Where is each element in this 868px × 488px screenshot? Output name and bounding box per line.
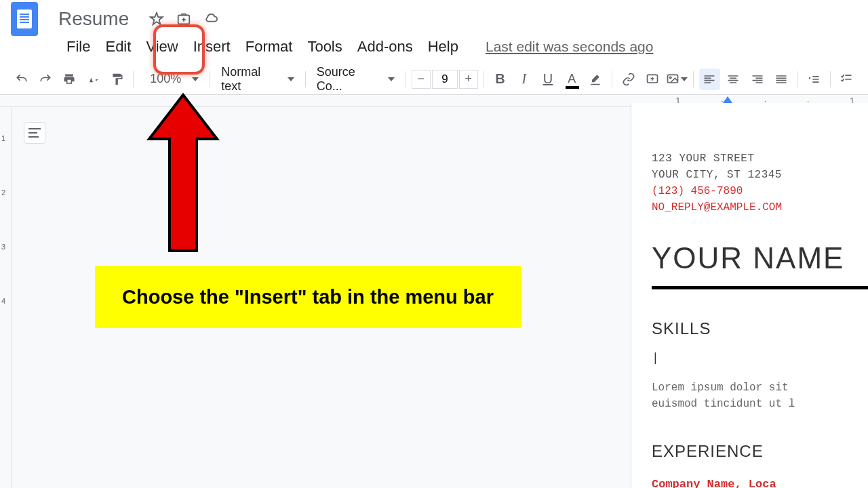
lorem-text-1: Lorem ipsum dolor sit [652,380,868,396]
last-edit-link[interactable]: Last edit was seconds ago [486,39,654,55]
docs-logo[interactable] [11,2,38,36]
checklist-button[interactable] [836,68,857,90]
bold-button[interactable]: B [490,68,511,90]
document-title[interactable]: Resume [58,8,129,30]
align-right-button[interactable] [747,68,768,90]
increase-font-button[interactable]: + [459,70,478,89]
name-underline [652,286,868,289]
line-spacing-button[interactable] [804,68,825,90]
menu-file[interactable]: File [60,35,97,58]
move-icon[interactable] [176,12,191,26]
email-text: NO_REPLY@EXAMPLE.COM [652,199,868,216]
annotation-callout: Choose the "Insert" tab in the menu bar [95,266,521,328]
document-page[interactable]: 123 YOUR STREET YOUR CITY, ST 12345 (123… [631,103,868,488]
zoom-select[interactable]: 100% [139,66,204,92]
show-outline-button[interactable] [24,122,45,144]
align-justify-button[interactable] [770,68,791,90]
paint-format-button[interactable] [106,68,127,90]
svg-point-3 [669,77,671,79]
menu-addons[interactable]: Add-ons [351,35,420,58]
vertical-ruler[interactable]: 1 2 3 4 [0,107,12,488]
company-text: Company Name, Loca [652,476,868,488]
style-select[interactable]: Normal text [216,62,299,96]
name-heading: YOUR NAME [652,236,868,281]
star-icon[interactable] [149,12,164,26]
menu-format[interactable]: Format [239,35,300,58]
font-select[interactable]: Source Co... [311,62,400,96]
print-button[interactable] [59,68,80,90]
title-bar: Resume [0,0,868,33]
experience-heading: EXPERIENCE [652,439,868,464]
font-size-input[interactable] [432,70,458,89]
lorem-text-2: euismod tincidunt ut l [652,396,868,412]
callout-text: Choose the "Insert" tab in the menu bar [122,286,494,308]
toolbar: 100% Normal text Source Co... − + B I U … [0,64,868,95]
underline-button[interactable]: U [537,68,558,90]
align-left-button[interactable] [699,68,720,90]
text-color-button[interactable]: A [561,68,583,90]
cloud-status-icon[interactable] [203,12,218,26]
menu-view[interactable]: View [139,35,184,58]
undo-button[interactable] [11,68,32,90]
menu-bar: File Edit View Insert Format Tools Add-o… [0,33,868,64]
decrease-font-button[interactable]: − [412,70,431,89]
spellcheck-button[interactable] [83,68,104,90]
menu-help[interactable]: Help [421,35,465,58]
highlight-button[interactable] [585,68,606,90]
menu-edit[interactable]: Edit [98,35,138,58]
indent-marker-icon[interactable] [723,96,732,103]
align-center-button[interactable] [723,68,744,90]
menu-tools[interactable]: Tools [300,35,349,58]
insert-image-button[interactable] [666,68,688,90]
italic-button[interactable]: I [513,68,534,90]
phone-text: (123) 456-7890 [652,183,868,199]
address-line-1: 123 YOUR STREET [652,150,868,167]
redo-button[interactable] [35,68,56,90]
insert-link-button[interactable] [618,68,639,90]
skills-heading: SKILLS [652,317,868,341]
add-comment-button[interactable] [642,68,663,90]
outline-icon [28,128,41,138]
menu-insert[interactable]: Insert [186,35,237,58]
text-cursor: | [652,349,868,367]
address-line-2: YOUR CITY, ST 12345 [652,167,868,183]
